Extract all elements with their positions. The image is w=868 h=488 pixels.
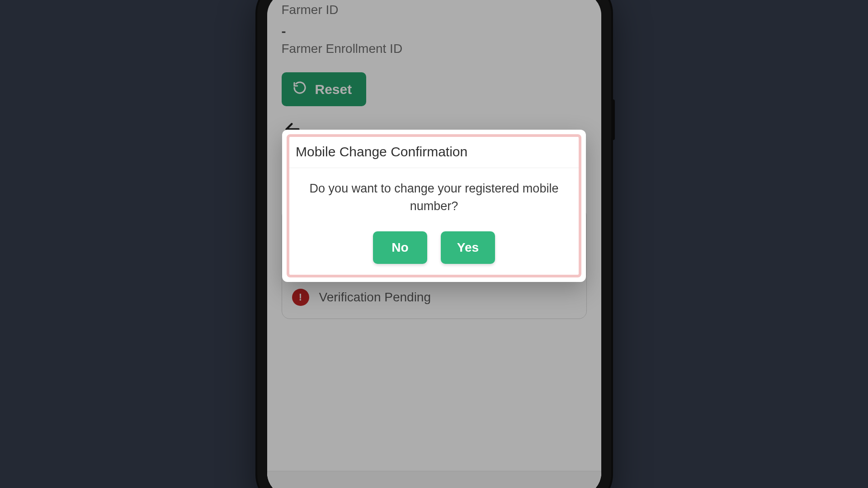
phone-side-button xyxy=(611,99,615,140)
phone-frame: Farmer ID - Farmer Enrollment ID Reset xyxy=(257,0,611,488)
modal-actions: No Yes xyxy=(289,231,579,264)
modal-message: Do you want to change your registered mo… xyxy=(289,168,579,220)
reset-button[interactable]: Reset xyxy=(282,72,367,106)
modal-title: Mobile Change Confirmation xyxy=(289,137,579,168)
farmer-enrollment-id-label: Farmer Enrollment ID xyxy=(282,42,587,56)
alert-icon: ! xyxy=(292,289,309,306)
phone-screen: Farmer ID - Farmer Enrollment ID Reset xyxy=(267,0,601,488)
farmer-id-label: Farmer ID xyxy=(282,3,587,17)
modal-highlight-border: Mobile Change Confirmation Do you want t… xyxy=(287,134,581,277)
reset-icon xyxy=(292,80,307,98)
no-button[interactable]: No xyxy=(373,231,427,264)
yes-button[interactable]: Yes xyxy=(441,231,495,264)
verification-status: ! Verification Pending xyxy=(292,289,576,306)
farmer-id-value: - xyxy=(282,23,587,39)
confirmation-modal: Mobile Change Confirmation Do you want t… xyxy=(282,130,586,282)
reset-button-label: Reset xyxy=(315,82,352,97)
bottom-bar xyxy=(267,471,601,488)
verification-status-text: Verification Pending xyxy=(319,290,431,305)
